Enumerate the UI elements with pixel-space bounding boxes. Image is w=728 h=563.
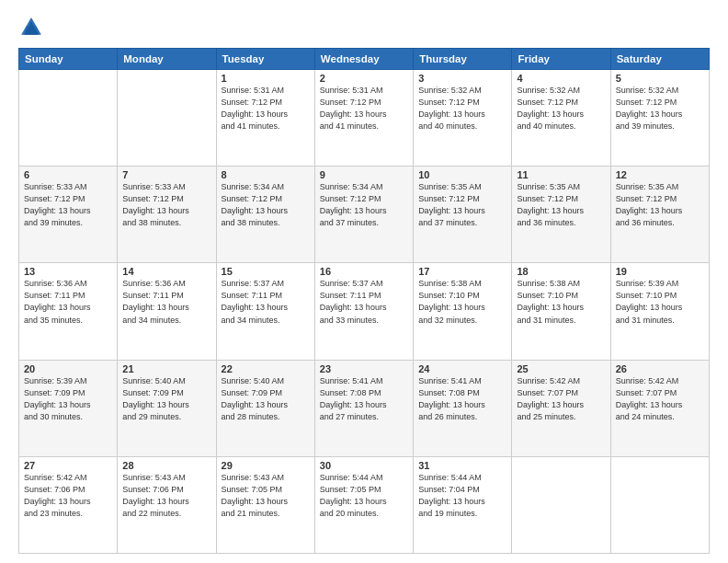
day-number: 8 bbox=[222, 169, 310, 180]
day-number: 31 bbox=[418, 460, 506, 471]
day-cell: 28Sunrise: 5:43 AM Sunset: 7:06 PM Dayli… bbox=[118, 456, 216, 553]
day-number: 27 bbox=[24, 460, 112, 471]
logo bbox=[18, 15, 48, 40]
day-number: 17 bbox=[418, 266, 506, 277]
day-cell: 18Sunrise: 5:38 AM Sunset: 7:10 PM Dayli… bbox=[512, 263, 610, 360]
day-number: 24 bbox=[418, 363, 506, 374]
day-number: 3 bbox=[418, 73, 506, 84]
day-info: Sunrise: 5:44 AM Sunset: 7:04 PM Dayligh… bbox=[418, 472, 506, 520]
day-info: Sunrise: 5:32 AM Sunset: 7:12 PM Dayligh… bbox=[418, 85, 506, 132]
page: SundayMondayTuesdayWednesdayThursdayFrid… bbox=[0, 0, 728, 563]
day-number: 2 bbox=[320, 73, 408, 84]
day-cell: 2Sunrise: 5:31 AM Sunset: 7:12 PM Daylig… bbox=[314, 70, 413, 167]
day-info: Sunrise: 5:34 AM Sunset: 7:12 PM Dayligh… bbox=[222, 181, 310, 229]
day-info: Sunrise: 5:37 AM Sunset: 7:11 PM Dayligh… bbox=[222, 278, 310, 326]
week-row-4: 20Sunrise: 5:39 AM Sunset: 7:09 PM Dayli… bbox=[19, 360, 710, 456]
day-info: Sunrise: 5:40 AM Sunset: 7:09 PM Dayligh… bbox=[122, 375, 210, 423]
day-cell bbox=[19, 70, 118, 167]
day-cell: 6Sunrise: 5:33 AM Sunset: 7:12 PM Daylig… bbox=[19, 167, 118, 263]
day-info: Sunrise: 5:35 AM Sunset: 7:12 PM Dayligh… bbox=[418, 181, 506, 229]
day-cell: 7Sunrise: 5:33 AM Sunset: 7:12 PM Daylig… bbox=[118, 167, 216, 263]
day-number: 6 bbox=[24, 169, 112, 180]
week-row-5: 27Sunrise: 5:42 AM Sunset: 7:06 PM Dayli… bbox=[19, 456, 710, 553]
day-cell: 30Sunrise: 5:44 AM Sunset: 7:05 PM Dayli… bbox=[314, 456, 413, 553]
day-cell: 15Sunrise: 5:37 AM Sunset: 7:11 PM Dayli… bbox=[216, 263, 314, 360]
day-cell: 20Sunrise: 5:39 AM Sunset: 7:09 PM Dayli… bbox=[19, 360, 118, 456]
day-info: Sunrise: 5:33 AM Sunset: 7:12 PM Dayligh… bbox=[24, 181, 112, 229]
week-row-3: 13Sunrise: 5:36 AM Sunset: 7:11 PM Dayli… bbox=[19, 263, 710, 360]
weekday-header-wednesday: Wednesday bbox=[314, 49, 413, 70]
day-info: Sunrise: 5:42 AM Sunset: 7:07 PM Dayligh… bbox=[517, 375, 605, 423]
day-info: Sunrise: 5:42 AM Sunset: 7:07 PM Dayligh… bbox=[616, 375, 704, 423]
weekday-header-monday: Monday bbox=[118, 49, 216, 70]
day-cell: 8Sunrise: 5:34 AM Sunset: 7:12 PM Daylig… bbox=[216, 167, 314, 263]
day-number: 16 bbox=[320, 266, 408, 277]
day-info: Sunrise: 5:43 AM Sunset: 7:06 PM Dayligh… bbox=[122, 472, 210, 520]
day-info: Sunrise: 5:40 AM Sunset: 7:09 PM Dayligh… bbox=[222, 375, 310, 423]
day-cell: 17Sunrise: 5:38 AM Sunset: 7:10 PM Dayli… bbox=[414, 263, 512, 360]
day-number: 4 bbox=[517, 73, 605, 84]
day-cell: 19Sunrise: 5:39 AM Sunset: 7:10 PM Dayli… bbox=[610, 263, 709, 360]
day-number: 18 bbox=[517, 266, 605, 277]
day-info: Sunrise: 5:33 AM Sunset: 7:12 PM Dayligh… bbox=[122, 181, 210, 229]
day-cell: 27Sunrise: 5:42 AM Sunset: 7:06 PM Dayli… bbox=[19, 456, 118, 553]
day-info: Sunrise: 5:44 AM Sunset: 7:05 PM Dayligh… bbox=[320, 472, 408, 520]
day-number: 21 bbox=[122, 363, 210, 374]
day-info: Sunrise: 5:41 AM Sunset: 7:08 PM Dayligh… bbox=[418, 375, 506, 423]
day-info: Sunrise: 5:38 AM Sunset: 7:10 PM Dayligh… bbox=[517, 278, 605, 326]
day-number: 28 bbox=[122, 460, 210, 471]
day-info: Sunrise: 5:35 AM Sunset: 7:12 PM Dayligh… bbox=[517, 181, 605, 229]
weekday-header-thursday: Thursday bbox=[414, 49, 512, 70]
day-cell: 31Sunrise: 5:44 AM Sunset: 7:04 PM Dayli… bbox=[414, 456, 512, 553]
day-cell: 13Sunrise: 5:36 AM Sunset: 7:11 PM Dayli… bbox=[19, 263, 118, 360]
day-number: 29 bbox=[222, 460, 310, 471]
day-number: 7 bbox=[122, 169, 210, 180]
day-number: 15 bbox=[222, 266, 310, 277]
day-cell: 24Sunrise: 5:41 AM Sunset: 7:08 PM Dayli… bbox=[414, 360, 512, 456]
day-number: 22 bbox=[222, 363, 310, 374]
weekday-header-tuesday: Tuesday bbox=[216, 49, 314, 70]
day-number: 9 bbox=[320, 169, 408, 180]
day-cell: 14Sunrise: 5:36 AM Sunset: 7:11 PM Dayli… bbox=[118, 263, 216, 360]
day-cell: 12Sunrise: 5:35 AM Sunset: 7:12 PM Dayli… bbox=[610, 167, 709, 263]
day-number: 5 bbox=[616, 73, 704, 84]
day-number: 20 bbox=[24, 363, 112, 374]
day-cell: 1Sunrise: 5:31 AM Sunset: 7:12 PM Daylig… bbox=[216, 70, 314, 167]
day-number: 13 bbox=[24, 266, 112, 277]
day-cell: 9Sunrise: 5:34 AM Sunset: 7:12 PM Daylig… bbox=[314, 167, 413, 263]
day-number: 19 bbox=[616, 266, 704, 277]
day-info: Sunrise: 5:32 AM Sunset: 7:12 PM Dayligh… bbox=[616, 85, 704, 132]
day-info: Sunrise: 5:37 AM Sunset: 7:11 PM Dayligh… bbox=[320, 278, 408, 326]
day-cell bbox=[118, 70, 216, 167]
day-number: 1 bbox=[222, 73, 310, 84]
day-number: 23 bbox=[320, 363, 408, 374]
header bbox=[18, 15, 710, 40]
day-number: 30 bbox=[320, 460, 408, 471]
calendar-table: SundayMondayTuesdayWednesdayThursdayFrid… bbox=[18, 48, 710, 554]
day-info: Sunrise: 5:43 AM Sunset: 7:05 PM Dayligh… bbox=[222, 472, 310, 520]
day-cell: 3Sunrise: 5:32 AM Sunset: 7:12 PM Daylig… bbox=[414, 70, 512, 167]
day-cell: 16Sunrise: 5:37 AM Sunset: 7:11 PM Dayli… bbox=[314, 263, 413, 360]
day-number: 26 bbox=[616, 363, 704, 374]
day-info: Sunrise: 5:42 AM Sunset: 7:06 PM Dayligh… bbox=[24, 472, 112, 520]
day-info: Sunrise: 5:41 AM Sunset: 7:08 PM Dayligh… bbox=[320, 375, 408, 423]
day-info: Sunrise: 5:38 AM Sunset: 7:10 PM Dayligh… bbox=[418, 278, 506, 326]
day-cell: 10Sunrise: 5:35 AM Sunset: 7:12 PM Dayli… bbox=[414, 167, 512, 263]
day-cell: 22Sunrise: 5:40 AM Sunset: 7:09 PM Dayli… bbox=[216, 360, 314, 456]
day-info: Sunrise: 5:31 AM Sunset: 7:12 PM Dayligh… bbox=[320, 85, 408, 132]
day-cell: 5Sunrise: 5:32 AM Sunset: 7:12 PM Daylig… bbox=[610, 70, 709, 167]
weekday-header-saturday: Saturday bbox=[610, 49, 709, 70]
day-number: 25 bbox=[517, 363, 605, 374]
week-row-2: 6Sunrise: 5:33 AM Sunset: 7:12 PM Daylig… bbox=[19, 167, 710, 263]
weekday-header-sunday: Sunday bbox=[19, 49, 118, 70]
weekday-header-row: SundayMondayTuesdayWednesdayThursdayFrid… bbox=[19, 49, 710, 70]
logo-icon bbox=[18, 15, 44, 40]
day-cell bbox=[610, 456, 709, 553]
day-cell bbox=[512, 456, 610, 553]
day-cell: 26Sunrise: 5:42 AM Sunset: 7:07 PM Dayli… bbox=[610, 360, 709, 456]
day-cell: 4Sunrise: 5:32 AM Sunset: 7:12 PM Daylig… bbox=[512, 70, 610, 167]
day-info: Sunrise: 5:32 AM Sunset: 7:12 PM Dayligh… bbox=[517, 85, 605, 132]
weekday-header-friday: Friday bbox=[512, 49, 610, 70]
week-row-1: 1Sunrise: 5:31 AM Sunset: 7:12 PM Daylig… bbox=[19, 70, 710, 167]
day-cell: 11Sunrise: 5:35 AM Sunset: 7:12 PM Dayli… bbox=[512, 167, 610, 263]
